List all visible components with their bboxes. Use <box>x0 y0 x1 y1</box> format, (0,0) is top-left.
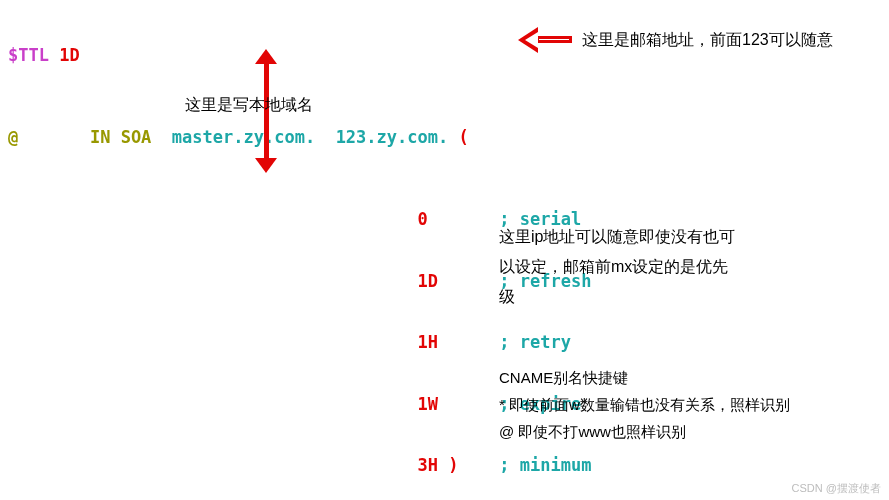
soa-minimum-line: 3H ) ; minimum <box>8 455 591 476</box>
soa-retry: 1H <box>417 332 437 352</box>
annotation-local-domain: 这里是写本地域名 <box>185 95 313 116</box>
ttl-directive: $TTL <box>8 45 49 65</box>
soa-at: @ <box>8 127 18 147</box>
annotation-ip-l3: 级 <box>499 282 735 312</box>
soa-in: IN <box>90 127 110 147</box>
footer-credit: CSDN @摆渡使者 <box>792 481 881 496</box>
annotation-email: 这里是邮箱地址，前面123可以随意 <box>582 30 833 51</box>
soa-serial: 0 <box>417 209 427 229</box>
annotation-cname-l3: @ 即使不打www也照样识别 <box>499 418 790 445</box>
annotation-cname-l1: CNAME别名快捷键 <box>499 364 790 391</box>
annotation-ip-l2: 以设定，邮箱前mx设定的是优先 <box>499 252 735 282</box>
soa-keyword: SOA <box>121 127 152 147</box>
soa-refresh: 1D <box>417 271 437 291</box>
soa-expire: 1W <box>417 394 437 414</box>
ttl-line: $TTL 1D <box>8 45 591 66</box>
soa-minimum: 3H <box>417 455 437 475</box>
annotation-ip-l1: 这里ip地址可以随意即使没有也可 <box>499 222 735 252</box>
annotation-cname-l2: * 即使前面w数量输错也没有关系，照样识别 <box>499 391 790 418</box>
annotation-ip: 这里ip地址可以随意即使没有也可 以设定，邮箱前mx设定的是优先 级 <box>499 222 735 312</box>
soa-open-paren: ( <box>458 127 468 147</box>
soa-line: @ IN SOA master.zy.com. 123.zy.com. ( <box>8 127 591 148</box>
soa-minimum-comment: ; minimum <box>499 455 591 475</box>
ttl-value: 1D <box>59 45 79 65</box>
soa-email: 123.zy.com. <box>336 127 449 147</box>
soa-retry-line: 1H ; retry <box>8 332 591 353</box>
soa-close-paren: ) <box>448 455 458 475</box>
arrow-left-icon <box>520 30 572 50</box>
annotation-cname: CNAME别名快捷键 * 即使前面w数量输错也没有关系，照样识别 @ 即使不打w… <box>499 364 790 445</box>
soa-retry-comment: ; retry <box>499 332 571 352</box>
soa-master: master.zy.com. <box>172 127 315 147</box>
